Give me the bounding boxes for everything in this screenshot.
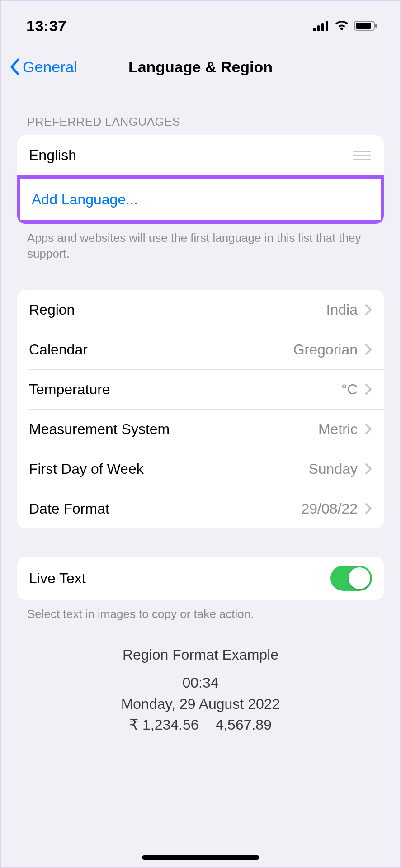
add-language-highlight: Add Language...: [17, 175, 384, 224]
status-icons: [313, 20, 378, 31]
calendar-row[interactable]: Calendar Gregorian: [17, 330, 384, 369]
measurement-system-row[interactable]: Measurement System Metric: [17, 409, 384, 449]
chevron-right-icon: [365, 423, 372, 435]
region-format-example: Region Format Example 00:34 Monday, 29 A…: [17, 622, 384, 735]
nav-bar: General Language & Region: [1, 51, 400, 83]
svg-rect-2: [321, 23, 324, 31]
svg-rect-3: [326, 21, 328, 31]
language-label: English: [29, 147, 76, 164]
cellular-signal-icon: [313, 20, 330, 31]
battery-icon: [354, 20, 378, 31]
row-value: India: [326, 302, 358, 318]
status-time: 13:37: [26, 17, 66, 35]
row-label: First Day of Week: [29, 461, 144, 477]
example-title: Region Format Example: [17, 646, 384, 663]
preferred-languages-footer: Apps and websites will use the first lan…: [17, 224, 384, 262]
row-label: Measurement System: [29, 421, 170, 438]
live-text-group: Live Text: [17, 557, 384, 600]
region-settings-group: Region India Calendar Gregorian Temperat…: [17, 290, 384, 528]
live-text-toggle[interactable]: [330, 566, 372, 591]
live-text-footer: Select text in images to copy or take ac…: [17, 600, 384, 622]
back-label: General: [23, 58, 77, 76]
chevron-right-icon: [365, 344, 372, 355]
home-indicator[interactable]: [142, 855, 259, 860]
preferred-languages-header: PREFERRED LANGUAGES: [17, 83, 384, 135]
temperature-row[interactable]: Temperature °C: [17, 369, 384, 409]
row-label: Date Format: [29, 500, 109, 517]
language-row[interactable]: English: [17, 135, 384, 175]
svg-rect-6: [375, 24, 377, 28]
add-language-label: Add Language...: [32, 191, 138, 208]
row-label: Calendar: [29, 341, 88, 358]
svg-rect-5: [356, 23, 371, 29]
example-time: 00:34: [17, 672, 384, 693]
svg-rect-0: [313, 28, 316, 31]
example-number-2: 4,567.89: [215, 717, 272, 733]
row-value: Gregorian: [293, 341, 358, 358]
add-language-button[interactable]: Add Language...: [20, 179, 381, 220]
chevron-right-icon: [365, 463, 372, 475]
preferred-languages-group: English Add Language...: [17, 135, 384, 224]
date-format-row[interactable]: Date Format 29/08/22: [17, 489, 384, 528]
wifi-icon: [334, 20, 349, 31]
example-numbers: ₹ 1,234.56 4,567.89: [17, 714, 384, 735]
chevron-left-icon: [9, 58, 20, 75]
chevron-right-icon: [365, 304, 372, 316]
region-row[interactable]: Region India: [17, 290, 384, 330]
live-text-row[interactable]: Live Text: [17, 557, 384, 600]
live-text-label: Live Text: [29, 570, 86, 587]
row-value: Sunday: [308, 461, 358, 477]
row-value: 29/08/22: [301, 500, 358, 517]
example-number-1: ₹ 1,234.56: [129, 717, 198, 733]
settings-screen: 13:37 General Language & Region PREFERRE…: [0, 0, 401, 868]
status-bar: 13:37: [1, 1, 400, 51]
svg-rect-1: [317, 25, 320, 31]
row-value: °C: [341, 381, 358, 398]
example-date: Monday, 29 August 2022: [17, 693, 384, 714]
row-value: Metric: [318, 421, 358, 438]
drag-handle-icon[interactable]: [352, 149, 372, 162]
row-label: Temperature: [29, 381, 110, 398]
chevron-right-icon: [365, 383, 372, 395]
chevron-right-icon: [365, 503, 372, 514]
back-button[interactable]: General: [1, 58, 77, 76]
row-label: Region: [29, 302, 75, 318]
first-day-of-week-row[interactable]: First Day of Week Sunday: [17, 449, 384, 489]
